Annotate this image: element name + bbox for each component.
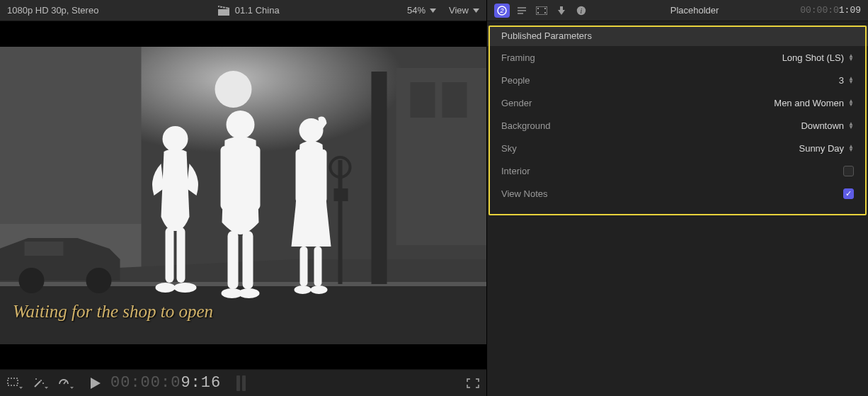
background-label: Background	[501, 120, 600, 131]
overlay-note-text: Waiting for the shop to open	[13, 302, 213, 322]
viewer-footer: 00:00:09:16	[0, 369, 486, 396]
svg-marker-50	[45, 387, 48, 389]
param-row-gender: Gender Men and Women ▲▼	[487, 91, 868, 114]
svg-rect-59	[536, 6, 547, 15]
svg-rect-10	[0, 47, 142, 224]
svg-rect-26	[166, 227, 174, 283]
param-row-people: People 3 ▲▼	[487, 69, 868, 91]
inspector-panel: 2 i Placeholder 00:00:01:09 Published Pa…	[487, 0, 868, 396]
inspector-body: Published Parameters Framing Long Shot (…	[487, 21, 868, 396]
retime-tool-icon[interactable]	[58, 378, 74, 389]
sky-label: Sky	[501, 143, 600, 154]
svg-rect-42	[314, 247, 322, 286]
gender-value-dropdown[interactable]: Men and Women ▲▼	[600, 98, 854, 108]
audio-meters	[236, 375, 246, 391]
playhead-timecode[interactable]: 00:00:09:16	[110, 374, 221, 392]
svg-rect-62	[544, 8, 546, 9]
svg-point-49	[42, 383, 44, 384]
param-row-framing: Framing Long Shot (LS) ▲▼	[487, 46, 868, 69]
share-inspector-tab[interactable]	[554, 4, 569, 18]
stepper-arrows-icon: ▲▼	[848, 99, 854, 106]
svg-point-20	[86, 268, 112, 293]
svg-point-25	[163, 126, 188, 152]
chevron-down-icon[interactable]	[430, 9, 436, 13]
published-parameters-heading: Published Parameters	[487, 26, 868, 46]
stepper-arrows-icon: ▲▼	[848, 77, 854, 84]
svg-marker-5	[430, 9, 436, 13]
placeholder-scene-illustration: Waiting for the shop to open	[0, 47, 486, 344]
svg-marker-52	[70, 387, 74, 389]
view-notes-checkbox[interactable]	[843, 188, 854, 199]
clip-duration: 00:00:01:09	[800, 5, 861, 16]
svg-marker-46	[19, 387, 23, 389]
svg-rect-60	[537, 8, 539, 9]
svg-rect-14	[442, 82, 467, 118]
viewer-header: 1080p HD 30p, Stereo 01.1 China 54% View	[0, 0, 486, 21]
framing-label: Framing	[501, 52, 600, 63]
svg-marker-53	[91, 378, 101, 389]
duration-prefix: 00:00:0	[800, 5, 839, 16]
param-row-background: Background Downtown ▲▼	[487, 114, 868, 137]
duration-end: 1:09	[839, 5, 861, 16]
inspector-title: Placeholder	[593, 5, 796, 16]
enhance-tool-icon[interactable]	[33, 378, 48, 389]
sky-value-dropdown[interactable]: Sunny Day ▲▼	[600, 143, 854, 154]
svg-rect-18	[25, 242, 64, 256]
svg-rect-63	[544, 12, 546, 13]
background-value-dropdown[interactable]: Downtown ▲▼	[600, 120, 854, 131]
svg-rect-27	[177, 227, 185, 283]
interior-label: Interior	[501, 166, 600, 176]
svg-text:2: 2	[499, 7, 503, 14]
svg-point-9	[215, 71, 252, 108]
fullscreen-icon[interactable]	[467, 378, 479, 388]
svg-point-48	[35, 378, 37, 380]
inspector-header: 2 i Placeholder 00:00:01:09	[487, 0, 868, 21]
svg-point-28	[174, 283, 197, 293]
param-row-sky: Sky Sunny Day ▲▼	[487, 137, 868, 159]
svg-rect-31	[221, 146, 229, 210]
svg-rect-61	[537, 12, 539, 13]
clip-name-dropdown[interactable]: 01.1 China	[235, 5, 280, 16]
text-inspector-tab[interactable]	[514, 4, 530, 18]
interior-checkbox[interactable]	[843, 166, 854, 176]
svg-point-47	[40, 380, 42, 381]
timecode-frames: 9:16	[181, 374, 221, 392]
zoom-percent-dropdown[interactable]: 54%	[407, 5, 426, 16]
svg-rect-32	[252, 146, 261, 210]
gender-label: Gender	[501, 98, 600, 108]
view-notes-label: View Notes	[501, 188, 600, 199]
svg-point-19	[19, 268, 45, 293]
svg-rect-21	[372, 72, 387, 284]
svg-rect-45	[8, 378, 18, 385]
video-inspector-tab[interactable]	[534, 4, 549, 18]
viewer-panel: 1080p HD 30p, Stereo 01.1 China 54% View	[0, 0, 487, 396]
svg-point-29	[156, 283, 176, 293]
svg-rect-12	[396, 68, 487, 245]
play-button[interactable]	[91, 378, 101, 389]
stepper-arrows-icon: ▲▼	[848, 122, 854, 129]
info-inspector-tab[interactable]: i	[573, 4, 589, 18]
svg-rect-33	[228, 231, 239, 289]
framing-value-dropdown[interactable]: Long Shot (LS) ▲▼	[600, 52, 854, 63]
param-row-view-notes: View Notes	[487, 182, 868, 205]
svg-rect-22	[338, 160, 343, 284]
svg-rect-38	[296, 149, 303, 203]
stepper-arrows-icon: ▲▼	[848, 54, 854, 61]
svg-rect-39	[320, 149, 327, 203]
chevron-down-icon[interactable]	[473, 9, 479, 13]
svg-line-51	[64, 381, 66, 384]
svg-rect-41	[300, 247, 308, 286]
svg-point-44	[311, 285, 328, 294]
generator-inspector-tab[interactable]: 2	[494, 4, 510, 18]
people-label: People	[501, 75, 600, 86]
viewer-stage[interactable]: Waiting for the shop to open	[0, 21, 486, 369]
svg-rect-13	[411, 82, 435, 118]
crop-tool-icon[interactable]	[7, 378, 23, 389]
view-menu[interactable]: View	[449, 5, 469, 16]
svg-rect-0	[218, 9, 229, 16]
people-value-stepper[interactable]: 3 ▲▼	[600, 75, 854, 86]
svg-point-43	[295, 285, 312, 294]
stepper-arrows-icon: ▲▼	[848, 145, 854, 152]
svg-text:i: i	[581, 7, 583, 15]
clapperboard-icon[interactable]	[218, 6, 229, 16]
